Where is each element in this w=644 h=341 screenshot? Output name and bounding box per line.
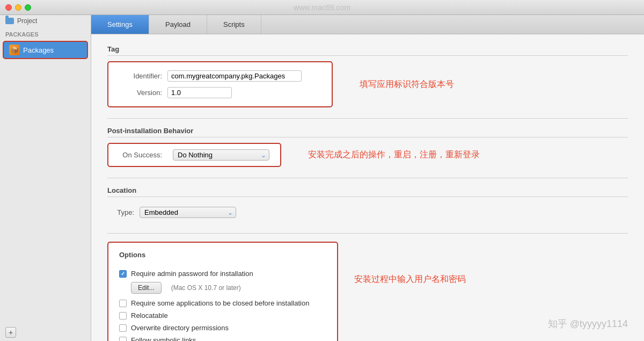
maximize-button[interactable]	[25, 4, 31, 11]
checkbox-overwrite-dir-label: Overwrite directory permissions	[131, 324, 229, 332]
options-annotation-col: 安装过程中输入用户名和密码	[349, 242, 466, 285]
checkbox-row-require-close: Require some applications to be closed b…	[119, 297, 326, 309]
version-label: Version:	[119, 89, 167, 97]
divider-3	[107, 233, 628, 234]
location-row: Type: Embedded Relative Absolute ⌄	[107, 202, 628, 222]
divider-1	[107, 118, 628, 119]
checkbox-relocatable-label: Relocatable	[131, 311, 168, 320]
project-label: Project	[0, 15, 91, 27]
checkbox-require-close[interactable]	[119, 300, 127, 307]
location-section: Location Type: Embedded Relative Absolut…	[107, 186, 628, 222]
app-body: Project Packages 📦 Packages + Settings P…	[0, 15, 644, 341]
checkbox-relocatable[interactable]	[119, 312, 127, 320]
checkbox-row-overwrite-dir: Overwrite directory permissions	[119, 322, 326, 334]
tab-payload[interactable]: Payload	[149, 15, 207, 34]
packages-icon: 📦	[9, 45, 20, 55]
identifier-row: Identifier:	[119, 68, 321, 84]
checkbox-row-relocatable: Relocatable	[119, 309, 326, 322]
post-install-box: On Success: Do Nothing Restart Logout Sh…	[107, 143, 281, 167]
divider-2	[107, 178, 628, 178]
tag-form-box: Identifier: Version:	[107, 61, 333, 107]
os-requirement-label: (Mac OS X 10.7 or later)	[171, 284, 241, 292]
checkbox-overwrite-dir[interactable]	[119, 324, 127, 332]
project-text: Project	[17, 17, 37, 25]
options-title: Options	[119, 251, 326, 259]
tag-annotation: 填写应用标识符合版本号	[360, 79, 454, 90]
checkbox-require-admin-label: Require admin password for installation	[131, 270, 253, 278]
options-box: Options Require admin password for insta…	[107, 242, 338, 341]
sidebar-item-packages[interactable]: 📦 Packages	[3, 41, 88, 59]
sidebar-add-area: +	[0, 324, 91, 341]
titlebar: www.mac69.com	[0, 0, 644, 15]
version-row: Version:	[119, 84, 321, 101]
minimize-button[interactable]	[15, 4, 21, 11]
version-input[interactable]	[167, 87, 232, 98]
main-content: Tag Identifier: Version: 填写应用标识符合版本号	[91, 34, 644, 341]
toolbar: Settings Payload Scripts	[91, 15, 644, 34]
location-title: Location	[107, 186, 628, 197]
sidebar-header: Packages	[0, 27, 91, 40]
options-annotation: 安装过程中输入用户名和密码	[354, 274, 466, 285]
sidebar-item-label: Packages	[23, 46, 54, 54]
tab-settings[interactable]: Settings	[91, 15, 149, 34]
titlebar-watermark: www.mac69.com	[294, 3, 350, 12]
post-install-title: Post-installation Behavior	[107, 127, 628, 137]
post-install-annotation: 安装完成之后的操作，重启，注册，重新登录	[308, 149, 480, 161]
identifier-label: Identifier:	[119, 72, 167, 80]
tag-section-title: Tag	[107, 45, 628, 56]
close-button[interactable]	[5, 4, 12, 11]
checkbox-follow-symlinks[interactable]	[119, 337, 127, 342]
tag-section: Tag Identifier: Version: 填写应用标识符合版本号	[107, 45, 628, 107]
checkbox-follow-symlinks-label: Follow symbolic links	[131, 336, 196, 341]
add-package-button[interactable]: +	[5, 327, 16, 338]
on-success-label: On Success:	[119, 151, 167, 159]
sidebar: Project Packages 📦 Packages +	[0, 15, 91, 341]
tab-scripts[interactable]: Scripts	[207, 15, 261, 34]
on-success-select-wrapper: Do Nothing Restart Logout Shutdown ⌄	[173, 149, 269, 161]
type-select-wrapper: Embedded Relative Absolute ⌄	[140, 207, 236, 218]
type-label: Type:	[107, 208, 140, 216]
on-success-select[interactable]: Do Nothing Restart Logout Shutdown	[173, 149, 269, 161]
checkbox-row-require-admin: Require admin password for installation	[119, 267, 253, 280]
checkbox-require-admin[interactable]	[119, 270, 127, 278]
post-install-section: Post-installation Behavior On Success: D…	[107, 127, 628, 167]
traffic-lights	[0, 4, 31, 11]
bottom-watermark: 知乎 @tyyyyy1114	[548, 317, 628, 330]
identifier-input[interactable]	[167, 70, 302, 82]
checkbox-row-follow-symlinks: Follow symbolic links	[119, 334, 326, 341]
project-folder-icon	[5, 18, 14, 24]
checkbox-require-close-label: Require some applications to be closed b…	[131, 299, 309, 307]
type-select[interactable]: Embedded Relative Absolute	[140, 207, 236, 218]
edit-button[interactable]: Edit...	[131, 282, 162, 294]
